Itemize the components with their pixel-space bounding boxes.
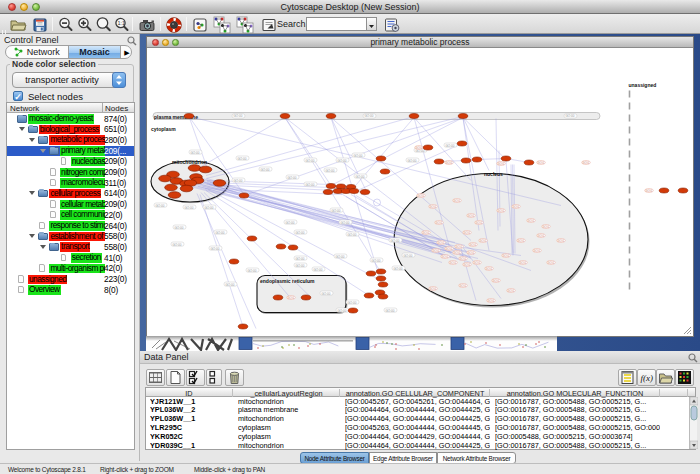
svg-text:GO:0: GO:0 xyxy=(418,194,425,198)
svg-text:GO:00: GO:00 xyxy=(336,255,345,259)
svg-text:GO:0: GO:0 xyxy=(456,245,463,249)
svg-text:1:1: 1:1 xyxy=(117,20,125,26)
svg-text:GO:0: GO:0 xyxy=(488,299,495,303)
svg-text:GO:0: GO:0 xyxy=(450,261,457,265)
svg-text:GO:00: GO:00 xyxy=(173,243,182,247)
svg-text:GO:00: GO:00 xyxy=(238,157,247,161)
svg-text:GO:00: GO:00 xyxy=(156,204,165,208)
svg-text:GO:0: GO:0 xyxy=(528,219,535,223)
svg-text:GO:00: GO:00 xyxy=(211,247,220,251)
svg-text:GO:0: GO:0 xyxy=(430,287,437,291)
svg-text:GO:00: GO:00 xyxy=(341,221,350,225)
svg-text:GO:0: GO:0 xyxy=(486,267,493,271)
svg-text:GO:0: GO:0 xyxy=(416,146,423,150)
svg-text:mitochondrion: mitochondrion xyxy=(172,159,207,165)
svg-text:GO:0: GO:0 xyxy=(538,234,545,238)
svg-text:GO:00: GO:00 xyxy=(226,283,235,287)
svg-text:GO:0: GO:0 xyxy=(460,257,467,261)
svg-text:GO:00: GO:00 xyxy=(566,114,575,118)
svg-text:GO:0: GO:0 xyxy=(436,221,443,225)
svg-text:GO:00: GO:00 xyxy=(175,226,184,230)
svg-text:GO:00: GO:00 xyxy=(314,268,323,272)
svg-text:GO:00: GO:00 xyxy=(372,259,381,263)
svg-text:GO:0: GO:0 xyxy=(454,251,461,255)
svg-text:GO:0: GO:0 xyxy=(468,251,475,255)
svg-text:GO:0: GO:0 xyxy=(438,241,445,245)
svg-text:GO:00: GO:00 xyxy=(234,114,243,118)
svg-text:GO:0: GO:0 xyxy=(493,279,500,283)
svg-text:GO:0: GO:0 xyxy=(468,214,475,218)
svg-text:GO:00: GO:00 xyxy=(205,206,214,210)
svg-text:GO:0: GO:0 xyxy=(430,205,437,209)
svg-text:GO:0: GO:0 xyxy=(508,289,515,293)
svg-text:GO:0: GO:0 xyxy=(470,243,477,247)
svg-text:GO:00: GO:00 xyxy=(191,151,200,155)
svg-text:GO:00: GO:00 xyxy=(306,183,315,187)
svg-text:GO:0: GO:0 xyxy=(583,161,590,165)
svg-text:GO:0: GO:0 xyxy=(558,239,565,243)
svg-text:GO:0: GO:0 xyxy=(513,205,520,209)
svg-text:GO:00: GO:00 xyxy=(234,179,243,183)
svg-text:GO:00: GO:00 xyxy=(296,257,305,261)
svg-text:GO:00: GO:00 xyxy=(348,301,357,305)
svg-text:GO:00: GO:00 xyxy=(286,221,295,225)
svg-text:GO:0: GO:0 xyxy=(543,225,550,229)
svg-text:GO:0: GO:0 xyxy=(503,254,510,258)
svg-text:GO:00: GO:00 xyxy=(322,292,331,296)
svg-text:GO:00: GO:00 xyxy=(354,154,363,158)
svg-text:GO:0: GO:0 xyxy=(464,231,471,235)
svg-text:cytoplasm: cytoplasm xyxy=(151,126,176,132)
svg-text:GO:0: GO:0 xyxy=(474,261,481,265)
svg-text:GO:00: GO:00 xyxy=(296,231,305,235)
svg-text:GO:00: GO:00 xyxy=(185,206,194,210)
svg-text:GO:0: GO:0 xyxy=(423,231,430,235)
svg-text:GO:00: GO:00 xyxy=(408,159,417,163)
svg-text:GO:0: GO:0 xyxy=(548,261,555,265)
svg-text:f(x): f(x) xyxy=(641,373,654,383)
svg-text:GO:0: GO:0 xyxy=(646,189,653,193)
svg-text:GO:00: GO:00 xyxy=(261,168,270,172)
svg-text:GO:00: GO:00 xyxy=(248,269,257,273)
svg-text:GO:0: GO:0 xyxy=(464,263,471,267)
svg-text:GO:0: GO:0 xyxy=(534,249,541,253)
svg-text:GO:0: GO:0 xyxy=(433,249,440,253)
svg-text:GO:00: GO:00 xyxy=(338,309,347,313)
svg-text:GO:00: GO:00 xyxy=(306,159,315,163)
svg-text:GO:0: GO:0 xyxy=(446,247,453,251)
svg-text:GO:00: GO:00 xyxy=(394,267,403,271)
svg-text:GO:0: GO:0 xyxy=(498,209,505,213)
svg-text:GO:00: GO:00 xyxy=(356,175,365,179)
svg-text:GO:00: GO:00 xyxy=(348,233,357,237)
svg-text:GO:00: GO:00 xyxy=(338,159,347,163)
svg-text:GO:00: GO:00 xyxy=(404,254,413,258)
svg-text:GO:00: GO:00 xyxy=(216,231,225,235)
svg-text:GO:0: GO:0 xyxy=(538,161,545,165)
svg-text:GO:00: GO:00 xyxy=(326,169,335,173)
svg-text:GO:0: GO:0 xyxy=(476,221,483,225)
svg-text:GO:00: GO:00 xyxy=(288,176,297,180)
svg-text:GO:00: GO:00 xyxy=(365,114,374,118)
svg-text:GO:0: GO:0 xyxy=(446,161,453,165)
svg-text:GO:00: GO:00 xyxy=(296,264,305,268)
svg-text:GO:00: GO:00 xyxy=(386,309,395,313)
svg-text:GO:0: GO:0 xyxy=(288,296,295,300)
svg-text:GO:0: GO:0 xyxy=(442,255,449,259)
svg-text:GO:0: GO:0 xyxy=(518,239,525,243)
svg-text:GO:0: GO:0 xyxy=(454,199,461,203)
svg-text:GO:0: GO:0 xyxy=(520,261,527,265)
svg-text:GO:0: GO:0 xyxy=(460,284,467,288)
svg-text:GO:00: GO:00 xyxy=(332,209,341,213)
svg-text:GO:0: GO:0 xyxy=(480,239,487,243)
svg-text:GO:0: GO:0 xyxy=(498,162,505,166)
svg-text:GO:00: GO:00 xyxy=(391,239,400,243)
svg-text:nucleus: nucleus xyxy=(484,171,503,177)
svg-text:unassigned: unassigned xyxy=(629,82,657,88)
svg-text:endoplasmic reticulum: endoplasmic reticulum xyxy=(260,278,315,284)
svg-text:GO:00: GO:00 xyxy=(446,144,455,148)
